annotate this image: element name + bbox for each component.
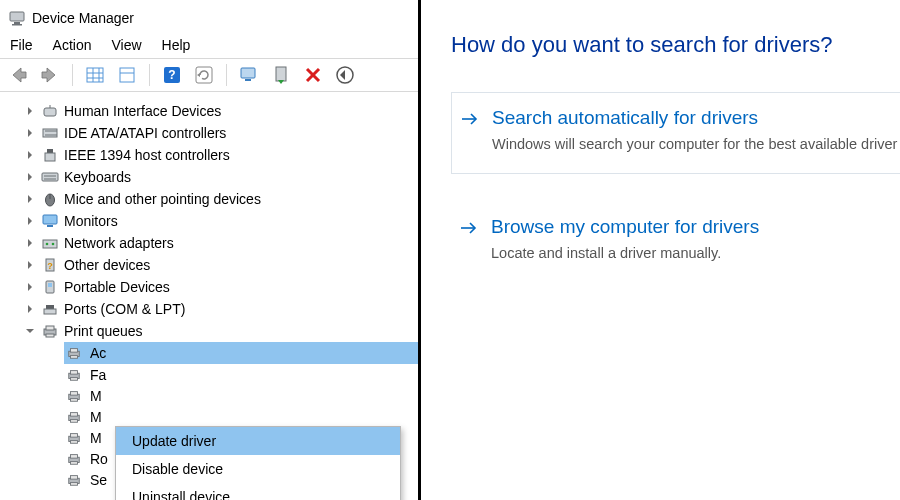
expand-closed-icon[interactable]	[22, 147, 38, 163]
tree-item-label: Monitors	[64, 210, 118, 232]
svg-rect-8	[120, 68, 134, 82]
tree-child[interactable]: M	[64, 406, 418, 427]
mouse-icon	[40, 190, 60, 208]
svg-rect-34	[43, 215, 57, 224]
tree-item-ieee[interactable]: IEEE 1394 host controllers	[8, 144, 418, 166]
ctx-uninstall[interactable]: Uninstall device	[116, 483, 400, 500]
svg-rect-49	[71, 349, 78, 353]
option-title: Search automatically for drivers	[492, 107, 900, 129]
tree-item-label: Ro	[90, 451, 108, 467]
option-desc: Windows will search your computer for th…	[492, 135, 900, 155]
svg-rect-2	[12, 24, 22, 26]
arrow-right-icon	[460, 109, 480, 129]
tree-child[interactable]: Fa	[64, 364, 418, 385]
svg-rect-62	[71, 440, 78, 443]
delete-icon[interactable]	[301, 64, 325, 86]
tree-item-mouse[interactable]: Mice and other pointing devices	[8, 188, 418, 210]
update-driver-icon[interactable]	[237, 64, 261, 86]
svg-rect-36	[43, 240, 57, 248]
actions-icon[interactable]	[115, 64, 139, 86]
scan-hardware-icon[interactable]	[333, 64, 357, 86]
svg-rect-68	[71, 482, 78, 485]
expand-closed-icon[interactable]	[22, 169, 38, 185]
tree-item-hid[interactable]: Human Interface Devices	[8, 100, 418, 122]
printer-icon	[64, 472, 84, 488]
svg-rect-14	[241, 68, 255, 78]
svg-marker-17	[278, 80, 284, 84]
monitor-icon	[40, 212, 60, 230]
expand-closed-icon[interactable]	[22, 191, 38, 207]
help-icon[interactable]: ?	[160, 64, 184, 86]
svg-rect-24	[43, 129, 57, 137]
svg-rect-56	[71, 398, 78, 401]
ctx-update-driver[interactable]: Update driver	[116, 427, 400, 455]
svg-rect-44	[44, 309, 56, 314]
expand-closed-icon[interactable]	[22, 235, 38, 251]
menu-view[interactable]: View	[111, 37, 141, 53]
refresh-icon[interactable]	[192, 64, 216, 86]
menu-action[interactable]: Action	[53, 37, 92, 53]
printer-icon	[64, 430, 84, 446]
tree-item-port[interactable]: Ports (COM & LPT)	[8, 298, 418, 320]
tree-item-monitor[interactable]: Monitors	[8, 210, 418, 232]
option-browse-computer[interactable]: Browse my computer for drivers Locate an…	[451, 202, 900, 282]
tree-item-network[interactable]: Network adapters	[8, 232, 418, 254]
tree-child[interactable]: M	[64, 385, 418, 406]
printer-icon	[64, 388, 84, 404]
port-icon	[40, 300, 60, 318]
ieee-icon	[40, 146, 60, 164]
toolbar: ?	[0, 59, 418, 91]
menu-help[interactable]: Help	[162, 37, 191, 53]
svg-text:?: ?	[47, 261, 53, 271]
ide-icon	[40, 124, 60, 142]
show-grid-icon[interactable]	[83, 64, 107, 86]
svg-rect-47	[46, 334, 54, 337]
svg-point-38	[52, 243, 55, 246]
back-arrow-icon[interactable]	[6, 64, 30, 86]
expand-closed-icon[interactable]	[22, 125, 38, 141]
printer-icon	[40, 322, 60, 340]
ctx-disable-device[interactable]: Disable device	[116, 455, 400, 483]
option-search-automatically[interactable]: Search automatically for drivers Windows…	[451, 92, 900, 174]
device-tree[interactable]: Human Interface DevicesIDE ATA/ATAPI con…	[0, 92, 418, 490]
device-manager-icon	[8, 9, 26, 27]
tree-item-label: Mice and other pointing devices	[64, 188, 261, 210]
svg-rect-43	[46, 305, 54, 309]
svg-rect-35	[47, 225, 53, 227]
titlebar: Device Manager	[0, 0, 418, 34]
tree-item-printer[interactable]: Print queues	[8, 320, 418, 342]
expand-open-icon[interactable]	[22, 323, 38, 339]
svg-rect-58	[71, 412, 78, 416]
wizard-heading: How do you want to search for drivers?	[451, 32, 900, 58]
tree-item-keyboard[interactable]: Keyboards	[8, 166, 418, 188]
tree-item-label: Other devices	[64, 254, 150, 276]
svg-text:?: ?	[168, 68, 175, 82]
forward-arrow-icon[interactable]	[38, 64, 62, 86]
svg-rect-67	[71, 475, 78, 479]
option-title: Browse my computer for drivers	[491, 216, 900, 238]
menu-file[interactable]: File	[10, 37, 33, 53]
tree-item-portable[interactable]: Portable Devices	[8, 276, 418, 298]
other-icon: ?	[40, 256, 60, 274]
tree-item-other[interactable]: ?Other devices	[8, 254, 418, 276]
expand-closed-icon[interactable]	[22, 279, 38, 295]
update-driver-wizard: How do you want to search for drivers? S…	[421, 0, 900, 500]
printer-icon	[64, 409, 84, 425]
printer-icon	[64, 367, 84, 383]
option-desc: Locate and install a driver manually.	[491, 244, 900, 264]
tree-child-selected[interactable]: Ac	[64, 342, 418, 364]
expand-closed-icon[interactable]	[22, 213, 38, 229]
tree-item-label: Se	[90, 472, 107, 488]
pc-icon[interactable]	[269, 64, 293, 86]
expand-closed-icon[interactable]	[22, 103, 38, 119]
svg-rect-52	[71, 370, 78, 374]
tree-item-ide[interactable]: IDE ATA/ATAPI controllers	[8, 122, 418, 144]
tree-item-label: Print queues	[64, 320, 143, 342]
expand-closed-icon[interactable]	[22, 257, 38, 273]
context-menu: Update driver Disable device Uninstall d…	[115, 426, 401, 500]
expand-closed-icon[interactable]	[22, 301, 38, 317]
device-manager-window: Device Manager File Action View Help ?	[0, 0, 418, 500]
svg-rect-27	[47, 149, 53, 153]
tree-item-label: Fa	[90, 367, 106, 383]
tree-item-label: IDE ATA/ATAPI controllers	[64, 122, 226, 144]
